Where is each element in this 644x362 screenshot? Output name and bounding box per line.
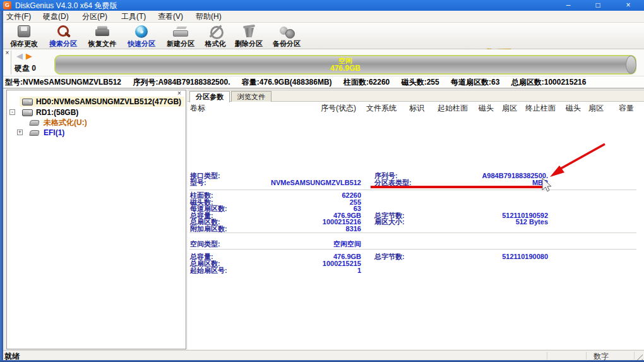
- close-button[interactable]: ×: [619, 0, 638, 11]
- disk-icon: [22, 99, 33, 106]
- menu-item-help[interactable]: 帮助(H): [193, 11, 224, 23]
- tree-item-efi[interactable]: + EFI(1): [7, 128, 186, 138]
- resize-grip[interactable]: [635, 353, 643, 360]
- serial-value: A984B79188382500.: [158, 78, 230, 87]
- search-partition-button[interactable]: 搜索分区: [45, 23, 81, 49]
- col-flag[interactable]: 标识: [409, 103, 424, 114]
- col-index-status[interactable]: 序号(状态): [321, 103, 356, 114]
- menu-item-file[interactable]: 文件(F): [4, 11, 33, 23]
- nav-forward-icon[interactable]: ▶: [26, 51, 32, 61]
- cylinders-value: 62260: [369, 78, 390, 87]
- tab-strip: 分区参数 浏览文件: [188, 90, 644, 102]
- tree-item-label: 未格式化(U:): [44, 118, 87, 128]
- disk-icon: [22, 109, 33, 116]
- divider: [11, 51, 11, 75]
- partition-tree-panel: × HD0:NVMeSAMSUNGMZVLB512(477GB) - RD1:(…: [6, 90, 186, 349]
- quick-partition-button[interactable]: 快速分区: [123, 23, 160, 49]
- recover-files-button[interactable]: 恢复文件: [84, 23, 121, 49]
- tab-partition-parameters[interactable]: 分区参数: [189, 91, 230, 102]
- backup-partition-icon: [276, 24, 297, 39]
- overview-close-icon[interactable]: ×: [4, 50, 11, 57]
- search-partition-icon: [52, 24, 74, 39]
- serial-label: 序列号:: [133, 78, 158, 87]
- backup-partition-button[interactable]: 备份分区: [268, 23, 305, 49]
- capacity-label: 容量:: [242, 78, 259, 87]
- cylinders-label: 柱面数:: [343, 78, 369, 87]
- minimize-button[interactable]: –: [559, 0, 578, 11]
- tree-item-unformatted[interactable]: 未格式化(U:): [7, 118, 186, 128]
- new-partition-icon: [170, 24, 191, 39]
- partition-icon: [29, 120, 40, 126]
- col-start-sector[interactable]: 扇区: [502, 103, 517, 114]
- save-changes-button[interactable]: 保存更改: [6, 23, 42, 49]
- disk-overview-panel: × ◀ ▶ 硬盘 0 空闲 476.9GB: [3, 49, 644, 76]
- nav-back-icon[interactable]: ◀: [16, 51, 23, 61]
- section-divider: [189, 249, 636, 250]
- new-partition-button[interactable]: 新建分区: [162, 23, 199, 49]
- delete-partition-button[interactable]: 删除分区: [230, 23, 267, 49]
- col-capacity[interactable]: 容量: [619, 103, 634, 114]
- model-label: 型号:: [190, 179, 206, 186]
- capacity-value: 476.9GB(488386MB): [259, 78, 332, 87]
- model-value: NVMeSAMSUNGMZVLB512: [23, 78, 121, 87]
- maximize-button[interactable]: □: [588, 0, 607, 11]
- tree-item-rd1[interactable]: - RD1:(58GB): [7, 107, 186, 118]
- collapse-icon[interactable]: -: [9, 109, 15, 115]
- col-filesystem[interactable]: 文件系统: [366, 103, 397, 114]
- free-bytes-label: 总字节数:: [374, 253, 405, 260]
- free-bytes-value: 512110190080: [453, 253, 548, 260]
- section-divider: [189, 190, 636, 190]
- toolbar: 保存更改 搜索分区 恢复文件 快速分区 新建分区 格式化 删除分区 备份分区 D…: [3, 23, 644, 49]
- menu-item-tools[interactable]: 工具(T): [119, 11, 148, 23]
- tree-item-label: RD1:(58GB): [36, 107, 78, 118]
- col-start-cylinder[interactable]: 起始柱面: [438, 103, 468, 114]
- disk-name-label: 硬盘 0: [15, 63, 36, 74]
- total-sector-count-value: 1000215216: [244, 219, 361, 226]
- sector-size-label: 扇区大小:: [374, 219, 405, 226]
- delete-partition-icon: [238, 24, 259, 39]
- start-sector-value: 1: [244, 267, 361, 274]
- sectors-per-track-label: 每道扇区数:: [451, 78, 491, 87]
- col-end-head[interactable]: 磁头: [566, 103, 581, 114]
- tree-item-hd0[interactable]: HD0:NVMeSAMSUNGMZVLB512(477GB): [7, 97, 186, 107]
- heads-value: 255: [427, 78, 439, 87]
- total-sectors-value: 1000215216: [544, 78, 587, 87]
- window-title: DiskGenius V4.3.0 x64 免费版: [15, 1, 117, 11]
- start-sector-label: 起始扇区号:: [190, 267, 227, 274]
- total-sectors-label: 总扇区数:: [511, 78, 544, 87]
- extra-sectors-value: 8316: [244, 226, 361, 232]
- extra-sectors-label: 附加扇区数:: [190, 226, 227, 232]
- disk-capacity-bar[interactable]: 空闲 476.9GB: [54, 55, 636, 75]
- format-button[interactable]: 格式化: [200, 23, 230, 49]
- sidebar-close-icon[interactable]: ×: [176, 90, 183, 97]
- col-end-cylinder[interactable]: 终止柱面: [525, 103, 556, 114]
- table-header-row: 卷标 序号(状态) 文件系统 标识 起始柱面 磁头 扇区 终止柱面 磁头 扇区 …: [188, 102, 644, 113]
- col-volume-label[interactable]: 卷标: [190, 103, 205, 114]
- model-label: 型号:: [5, 78, 23, 87]
- menu-item-harddisk[interactable]: 硬盘(D): [40, 11, 71, 23]
- section-divider: [189, 232, 636, 233]
- col-start-head[interactable]: 磁头: [479, 103, 494, 114]
- free-space-size: 476.9GB: [330, 64, 361, 73]
- menu-item-partition[interactable]: 分区(P): [80, 11, 110, 23]
- free-sector-count-value: 1000215215: [244, 260, 361, 267]
- status-divider: [634, 352, 635, 359]
- model-value: NVMeSAMSUNGMZVLB512: [244, 179, 361, 186]
- menu-item-view[interactable]: 查看(V): [155, 11, 186, 23]
- space-type-label: 空间类型:: [190, 241, 220, 248]
- quick-partition-icon: [131, 24, 152, 39]
- status-divider: [547, 352, 547, 359]
- diskgenius-window: G DiskGenius V4.3.0 x64 免费版 – □ × 文件(F) …: [0, 0, 644, 362]
- tree-item-label: HD0:NVMeSAMSUNGMZVLB512(477GB): [36, 97, 181, 107]
- expand-icon[interactable]: +: [17, 130, 23, 135]
- col-end-sector[interactable]: 扇区: [588, 103, 604, 114]
- title-bar: G DiskGenius V4.3.0 x64 免费版 – □ ×: [0, 0, 644, 11]
- save-icon: [13, 24, 35, 39]
- menu-bar: 文件(F) 硬盘(D) 分区(P) 工具(T) 查看(V) 帮助(H): [0, 11, 644, 23]
- window-border-left: [0, 11, 3, 362]
- sectors-per-track-value: 63: [491, 78, 499, 87]
- cylinder-count-value: 62260: [244, 192, 361, 199]
- tab-browse-files[interactable]: 浏览文件: [231, 91, 271, 102]
- sector-size-value: 512 Bytes: [453, 219, 548, 226]
- status-divider: [586, 352, 587, 359]
